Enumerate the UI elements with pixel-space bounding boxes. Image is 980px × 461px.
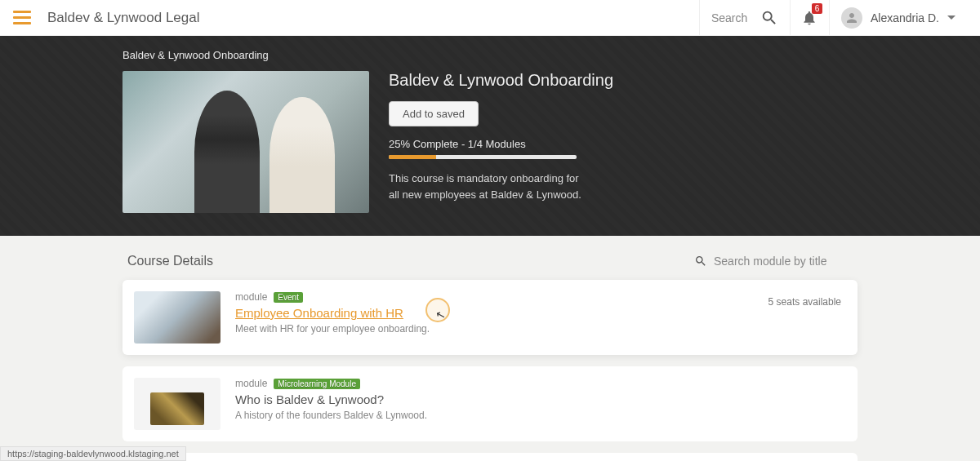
details-heading: Course Details [127,254,213,268]
progress-fill [389,155,436,159]
status-bar-url: https://staging-baldevlynwood.klstaging.… [0,446,186,461]
seats-available: 5 seats available [768,296,841,308]
module-title-link[interactable]: Employee Onboarding with HR [235,306,846,320]
notification-badge: 6 [812,3,822,14]
search-icon [694,255,707,268]
module-type-label: module [235,291,267,303]
course-hero: Baldev & Lynwood Onboarding Baldev & Lyn… [0,36,980,236]
module-type-label: module [235,378,267,389]
top-header: Baldev & Lynwood Legal 6 Alexandria D. [0,0,980,36]
course-description: This course is mandatory onboarding for … [389,171,585,202]
add-to-saved-button[interactable]: Add to saved [389,101,479,126]
module-card[interactable]: module Event Employee Onboarding with HR… [122,280,858,355]
search-icon[interactable] [760,9,778,27]
search-input[interactable] [711,11,752,24]
module-thumbnail [134,378,220,430]
module-search-input[interactable] [714,255,853,268]
course-details: Course Details module Event Employee Onb… [122,236,858,461]
chevron-down-icon [947,16,956,20]
brand-title: Baldev & Lynwood Legal [47,10,200,26]
course-title: Baldev & Lynwood Onboarding [389,71,858,90]
notifications-button[interactable]: 6 [790,0,829,35]
user-menu[interactable]: Alexandria D. [829,0,967,35]
module-card[interactable]: module Pdf [122,453,858,461]
module-title[interactable]: Who is Baldev & Lynwood? [235,392,846,406]
hamburger-menu-icon[interactable] [13,11,31,24]
module-tag: Event [274,292,303,303]
module-description: Meet with HR for your employee onboardin… [235,323,846,335]
course-hero-image [122,71,369,213]
breadcrumb[interactable]: Baldev & Lynwood Onboarding [122,49,858,61]
progress-bar [389,155,577,159]
module-search[interactable] [694,255,853,268]
module-description: A history of the founders Baldev & Lynwo… [235,410,846,421]
progress-text: 25% Complete - 1/4 Modules [389,138,858,150]
avatar [841,7,862,29]
user-name: Alexandria D. [871,11,939,24]
global-search[interactable] [699,0,790,35]
header-right: 6 Alexandria D. [699,0,967,35]
module-card[interactable]: module Microlearning Module Who is Balde… [122,366,858,441]
module-thumbnail [134,291,220,344]
module-tag: Microlearning Module [274,379,360,389]
